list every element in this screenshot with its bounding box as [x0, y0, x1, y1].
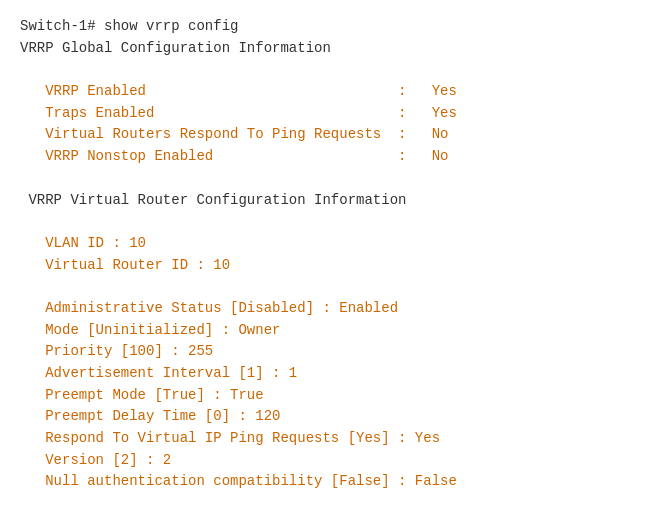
terminal-line: VRRP Global Configuration Information: [20, 38, 635, 60]
terminal-line: Virtual Routers Respond To Ping Requests…: [20, 124, 635, 146]
terminal-line: Priority [100] : 255: [20, 341, 635, 363]
terminal-line: Respond To Virtual IP Ping Requests [Yes…: [20, 428, 635, 450]
blank-line: [20, 211, 635, 233]
terminal-line: VRRP Nonstop Enabled : No: [20, 146, 635, 168]
blank-line: [20, 276, 635, 298]
terminal-line: Version [2] : 2: [20, 450, 635, 472]
terminal-line: Mode [Uninitialized] : Owner: [20, 320, 635, 342]
terminal-line: Switch-1# show vrrp config: [20, 16, 635, 38]
terminal-line: Advertisement Interval [1] : 1: [20, 363, 635, 385]
blank-line: [20, 59, 635, 81]
terminal-line: Administrative Status [Disabled] : Enabl…: [20, 298, 635, 320]
terminal-output: Switch-1# show vrrp configVRRP Global Co…: [0, 0, 655, 523]
terminal-line: VRRP Virtual Router Configuration Inform…: [20, 190, 635, 212]
terminal-line: Preempt Delay Time [0] : 120: [20, 406, 635, 428]
terminal-line: Virtual Router ID : 10: [20, 255, 635, 277]
terminal-line: VLAN ID : 10: [20, 233, 635, 255]
terminal-line: Preempt Mode [True] : True: [20, 385, 635, 407]
terminal-line: Traps Enabled : Yes: [20, 103, 635, 125]
terminal-line: Null authentication compatibility [False…: [20, 471, 635, 493]
terminal-line: VRRP Enabled : Yes: [20, 81, 635, 103]
blank-line: [20, 168, 635, 190]
